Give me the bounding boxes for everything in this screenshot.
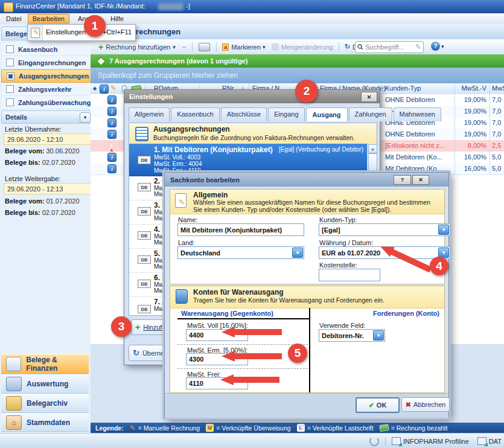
cross-icon: ✖ xyxy=(406,401,411,409)
help-button[interactable]: ? ▾ xyxy=(431,42,444,51)
kostenstelle-label: Kostenstelle: xyxy=(319,261,357,269)
info-icon[interactable]: i xyxy=(107,95,116,104)
info-column-icon[interactable]: i xyxy=(100,85,109,94)
kundentyp-select[interactable]: [Egal] ▾ xyxy=(319,223,450,236)
status-app2[interactable]: DAT xyxy=(489,438,502,445)
sidebar-item-kassenbuch[interactable]: Kassenbuch xyxy=(1,43,94,56)
legend-prefix: Legende: xyxy=(95,424,124,432)
country-badge: DE xyxy=(138,280,151,288)
goods-out-header: Warenausgang (Gegenkonto) xyxy=(181,310,273,317)
close-icon[interactable]: ✕ xyxy=(361,92,377,102)
search-placeholder: Suchbegriff... xyxy=(365,43,404,51)
mark-button[interactable]: a Markieren ▾ xyxy=(219,42,268,52)
remove-invoice-button[interactable]: − xyxy=(182,43,186,51)
menu-datei[interactable]: Datei xyxy=(1,14,27,24)
col-kunden-typ[interactable]: Kunden-Typ xyxy=(385,85,421,92)
verwende-feld-select[interactable]: Debitoren-Nr. ▾ xyxy=(319,329,385,342)
tab-allgemein[interactable]: Allgemein xyxy=(129,107,170,121)
tab-zahlungen[interactable]: Zahlungen xyxy=(349,107,392,121)
details-filter-button[interactable]: ▾ xyxy=(80,112,91,123)
kostenstelle-field[interactable] xyxy=(319,269,380,281)
edit-search-icon[interactable]: ✎ xyxy=(415,43,421,51)
settings-tabs: Allgemein Kassenbuch Abschlüsse Eingang … xyxy=(129,107,442,121)
country-badge: DE xyxy=(138,183,151,191)
forward-to-row: Belege bis: 02.07.2020 xyxy=(5,209,75,216)
land-select[interactable]: Deutschland ▾ xyxy=(177,246,304,259)
tab-kassenbuch[interactable]: Kassenbuch xyxy=(171,107,220,121)
menu-item-einstellungen[interactable]: Einstellungen xyxy=(46,28,86,36)
plus-icon: + xyxy=(135,322,140,332)
col-mwst-e[interactable]: MwS xyxy=(492,85,504,92)
info-icon[interactable]: i xyxy=(107,107,116,116)
forward-to-value: 02.07.2020 xyxy=(42,209,75,216)
add-invoice-button[interactable]: + Rechnung hinzufügen ▾ xyxy=(95,41,179,53)
chevron-down-icon[interactable]: ▾ xyxy=(292,248,303,258)
help-icon[interactable]: ? xyxy=(394,175,411,185)
print-icon[interactable] xyxy=(199,43,210,51)
accounts-group-header: Konten für Warenausgang Tragen Sie hier … xyxy=(170,286,444,309)
check-icon: ✔ xyxy=(369,402,374,409)
tab-ausgang[interactable]: Ausgang xyxy=(306,107,348,121)
chevron-down-icon[interactable]: ▾ xyxy=(373,330,384,341)
name-label: Name: xyxy=(178,216,197,223)
help-icon: ? xyxy=(431,42,440,51)
sidebar-item-zahlungsueberwachung[interactable]: Zahlungsüberwachung xyxy=(1,96,94,109)
quantity-change-button[interactable]: Mengenänderung xyxy=(269,42,336,52)
title-bar: FinanzCenter [Mandant 1, IDF-Nr./Mandant… xyxy=(0,0,504,13)
info-icon[interactable]: i xyxy=(107,130,116,139)
tab-abschluesse[interactable]: Abschlüsse xyxy=(221,107,267,121)
checkbox-icon[interactable] xyxy=(6,59,14,66)
menu-bearbeiten[interactable]: Bearbeiten xyxy=(28,14,69,24)
land-label: Land: xyxy=(178,239,195,246)
info-icon[interactable]: i xyxy=(107,118,116,127)
menu-shortcut: +Ctrl+F11 xyxy=(103,28,132,36)
ok-button[interactable]: ✔ OK xyxy=(356,397,400,413)
house-icon: ⌂ xyxy=(6,415,22,430)
close-icon[interactable]: ✕ xyxy=(412,175,429,185)
nav-belege-finanzen[interactable]: Belege & Finanzen xyxy=(1,354,89,374)
sync-globe-icon: ↻ xyxy=(345,43,350,51)
pencil-icon: ✎ xyxy=(33,28,39,37)
last-forward-value: 29.06.2020 - 12:13 xyxy=(4,183,91,194)
info-icon[interactable]: i xyxy=(107,153,116,162)
window-title: FinanzCenter [Mandant 1, IDF-Nr./Mandant… xyxy=(16,2,145,10)
highlight-a-icon: a xyxy=(222,43,229,51)
rule-item-selected[interactable]: DE 1. Mit Debitoren (Konjunkturpaket) [E… xyxy=(129,144,367,176)
dashed-divider xyxy=(177,344,308,345)
nav-belegarchiv[interactable]: Belegarchiv xyxy=(1,394,89,413)
sidebar-item-ausgangsrechnungen[interactable]: Ausgangsrechnungen xyxy=(1,69,94,83)
tab-mahnwesen[interactable]: Mahnwesen xyxy=(394,107,441,121)
list-header: Ausgangsrechnungen Buchungsregeln für di… xyxy=(129,123,377,144)
checkbox-icon[interactable] xyxy=(6,98,14,106)
separator xyxy=(339,42,339,52)
sync-spinner-icon xyxy=(369,437,379,446)
scroll-up-icon[interactable]: ▲ xyxy=(368,144,377,153)
col-mwst-v[interactable]: MwSt.-V xyxy=(455,85,486,92)
annotation-circle-4: 4 xyxy=(430,257,448,275)
tab-eingang[interactable]: Eingang xyxy=(268,107,304,121)
menu-hilfe[interactable]: Hilfe xyxy=(106,14,129,24)
checkbox-icon[interactable] xyxy=(6,45,14,53)
nav-stammdaten[interactable]: ⌂ Stammdaten xyxy=(1,413,89,432)
info-icon[interactable]: i xyxy=(107,164,116,173)
cancel-button[interactable]: ✖ Abbrechen xyxy=(401,397,450,412)
status-app1[interactable]: INFOPHARM Profiline xyxy=(403,438,469,445)
sidebar-item-eingangsrechnungen[interactable]: Eingangsrechnungen xyxy=(1,56,94,69)
chevron-down-icon[interactable]: ▾ xyxy=(438,225,449,235)
header-underline xyxy=(177,318,309,319)
separator xyxy=(192,42,193,52)
search-box[interactable]: Suchbegriff... ✎ xyxy=(355,41,424,53)
account-dialog-titlebar[interactable]: Sachkonto bearbeiten ? ✕ xyxy=(165,173,448,187)
group-by-bar[interactable]: Spaltenkopf zum Gruppieren hierher ziehe… xyxy=(91,68,504,83)
nav-auswertung[interactable]: Auswertung xyxy=(1,374,89,394)
chevron-down-icon: ▾ xyxy=(263,44,266,50)
sidebar-item-zahlungsverkehr[interactable]: Zahlungsverkehr xyxy=(1,83,94,96)
checkbox-icon-checked[interactable] xyxy=(7,72,14,80)
checkbox-icon[interactable] xyxy=(6,85,14,93)
pencil-column-icon[interactable]: ✎ xyxy=(110,84,116,92)
name-field[interactable]: Mit Debitoren (Konjunkturpaket) xyxy=(177,223,304,236)
sidebar: Belege Kassenbuch Eingangsrechnungen Aus… xyxy=(0,24,91,433)
rules-list-icon xyxy=(135,127,148,141)
settings-dialog-titlebar[interactable]: Einstellungen ✕ xyxy=(124,90,380,103)
page-header: Ausgangsrechnungen xyxy=(91,24,504,40)
